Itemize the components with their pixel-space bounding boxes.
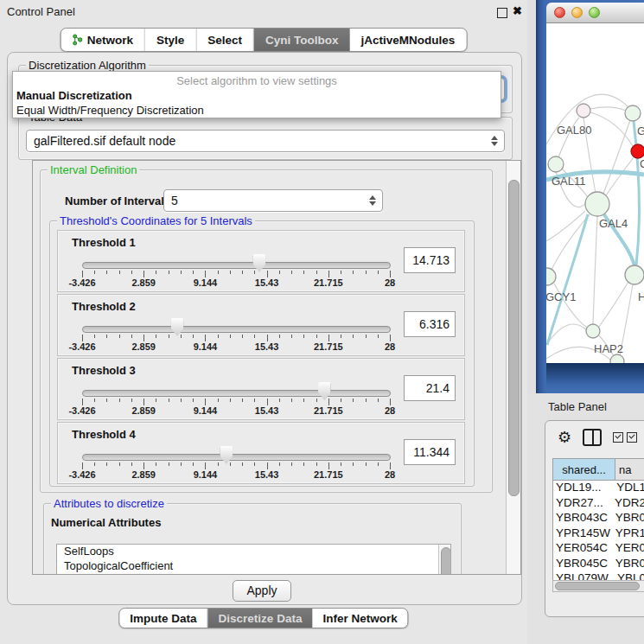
checkbox-icon[interactable] bbox=[613, 432, 623, 443]
gear-icon[interactable]: ⚙ bbox=[558, 430, 571, 445]
slider-thumb[interactable] bbox=[318, 382, 331, 400]
node bbox=[625, 105, 641, 121]
table-row[interactable]: YPR145WYPR1 bbox=[553, 526, 644, 542]
slider-track[interactable] bbox=[82, 390, 391, 397]
algorithm-dropdown-popup: Select algorithm to view settings Manual… bbox=[12, 71, 501, 118]
tab-network[interactable]: Network bbox=[61, 29, 145, 51]
node bbox=[577, 104, 590, 118]
scale-label: 9.144 bbox=[194, 341, 218, 352]
close-icon[interactable]: ✖ bbox=[513, 4, 522, 17]
scale-label: 15.43 bbox=[255, 469, 279, 480]
column-header-shared[interactable]: shared... bbox=[553, 459, 615, 480]
minimize-traffic-light-icon[interactable] bbox=[571, 7, 583, 18]
scrollbar-thumb[interactable] bbox=[508, 180, 520, 496]
scale-label: -3.426 bbox=[68, 405, 95, 416]
dropdown-hint: Select algorithm to view settings bbox=[13, 72, 501, 88]
node bbox=[586, 324, 600, 338]
network-nodes[interactable] bbox=[546, 104, 644, 363]
scale-label: 21.715 bbox=[314, 341, 343, 352]
list-item[interactable]: TopologicalCoefficient bbox=[57, 559, 450, 574]
tab-jactivemnodules[interactable]: jActiveMNodules bbox=[350, 29, 467, 51]
table-header-row: shared... na bbox=[553, 459, 644, 481]
group-title: Discretization Algorithm bbox=[26, 59, 149, 72]
combo-stepper-icon bbox=[369, 195, 376, 206]
close-traffic-light-icon[interactable] bbox=[554, 7, 565, 18]
slider-track[interactable] bbox=[82, 454, 391, 461]
table-row[interactable]: YDL19...YDL1 bbox=[553, 481, 644, 496]
scrollbar-thumb[interactable] bbox=[441, 547, 451, 575]
control-panel: Control Panel ✖ Network Style Select Cyn… bbox=[0, 0, 527, 644]
slider-scale: -3.4262.8599.14415.4321.71528 bbox=[82, 277, 390, 288]
scale-label: 2.859 bbox=[131, 405, 156, 416]
cyni-toolbox-panel: Discretization Algorithm Table Data galF… bbox=[7, 52, 522, 605]
numerical-attributes-label: Numerical Attributes bbox=[51, 516, 161, 529]
column-header-name[interactable]: na bbox=[615, 459, 644, 480]
slider-thumb[interactable] bbox=[171, 318, 184, 336]
checkbox-icon[interactable] bbox=[627, 432, 637, 443]
scale-label: 15.43 bbox=[255, 341, 279, 352]
tab-select[interactable]: Select bbox=[196, 29, 254, 51]
scrollbar-thumb[interactable] bbox=[555, 582, 640, 590]
apply-button[interactable]: Apply bbox=[233, 580, 291, 602]
tab-style[interactable]: Style bbox=[145, 29, 196, 51]
float-window-icon[interactable] bbox=[497, 8, 507, 18]
scale-label: 9.144 bbox=[194, 469, 218, 480]
table-row[interactable]: YBR043CYBR0 bbox=[553, 511, 644, 526]
svg-text:GAL80: GAL80 bbox=[557, 124, 591, 137]
svg-text:GCY1: GCY1 bbox=[546, 290, 576, 303]
settings-scrollpane: Interval Definition Number of Intervals … bbox=[32, 160, 521, 575]
tab-discretize-data[interactable]: Discretize Data bbox=[208, 609, 313, 628]
tab-cyni-toolbox[interactable]: Cyni Toolbox bbox=[254, 29, 350, 51]
threshold-value-field[interactable]: 6.316 bbox=[404, 311, 456, 337]
split-view-icon[interactable] bbox=[583, 429, 602, 446]
threshold-value-field[interactable]: 14.713 bbox=[404, 247, 456, 273]
table-row[interactable]: YER054CYER0 bbox=[553, 541, 644, 557]
tab-impute-data[interactable]: Impute Data bbox=[119, 609, 207, 628]
group-title-interval-definition: Interval Definition bbox=[48, 163, 139, 176]
scale-label: 2.859 bbox=[131, 277, 156, 288]
list-item[interactable]: SelfLoops bbox=[57, 545, 450, 559]
zoom-traffic-light-icon[interactable] bbox=[589, 7, 600, 18]
tab-infer-network[interactable]: Infer Network bbox=[312, 609, 407, 628]
slider-thumb[interactable] bbox=[252, 254, 265, 272]
scale-label: 15.43 bbox=[255, 405, 279, 416]
number-of-intervals-combobox[interactable]: 5 bbox=[163, 189, 383, 212]
svg-text:C: C bbox=[640, 157, 644, 170]
network-window-titlebar[interactable] bbox=[546, 3, 644, 23]
table-row[interactable]: YDR27...YDR2 bbox=[553, 496, 644, 512]
network-canvas[interactable]: GAL80 G. C GAL11 GAL4 GCY1 H HAP2 bbox=[546, 23, 644, 363]
svg-text:H: H bbox=[638, 290, 644, 303]
threshold-label: Threshold 2 bbox=[72, 300, 136, 313]
table-horizontal-scrollbar[interactable] bbox=[552, 580, 644, 592]
dropdown-option-manual[interactable]: Manual Discretization bbox=[13, 88, 501, 103]
svg-text:GAL4: GAL4 bbox=[599, 217, 628, 230]
node bbox=[625, 265, 644, 284]
node bbox=[546, 268, 556, 285]
threshold-value-field[interactable]: 21.4 bbox=[404, 375, 456, 401]
slider-track[interactable] bbox=[82, 262, 391, 269]
slider-thumb[interactable] bbox=[220, 446, 233, 464]
node-attribute-table[interactable]: shared... na YDL19...YDL1YDR27...YDR2YBR… bbox=[552, 458, 644, 581]
numerical-attributes-list[interactable]: SelfLoopsTopologicalCoefficientBetweenne… bbox=[56, 544, 451, 575]
network-window-frame bbox=[546, 363, 644, 393]
list-scrollbar[interactable] bbox=[438, 545, 450, 575]
threshold-panel: Threshold 2 -3.4262.8599.14415.4321.7152… bbox=[57, 294, 465, 356]
scale-label: 21.715 bbox=[314, 405, 343, 416]
slider-track[interactable] bbox=[82, 326, 391, 333]
scale-label: -3.426 bbox=[68, 469, 95, 480]
scale-label: 15.43 bbox=[255, 277, 279, 288]
svg-text:HAP2: HAP2 bbox=[594, 342, 623, 355]
list-item[interactable]: BetweennessCentrality bbox=[57, 573, 450, 575]
table-data-combobox[interactable]: galFiltered.sif default node bbox=[26, 130, 505, 152]
bottom-tabbar: Impute Data Discretize Data Infer Networ… bbox=[118, 608, 408, 628]
threshold-value-field[interactable]: 11.344 bbox=[404, 439, 456, 465]
dropdown-option-equal-width[interactable]: Equal Width/Frequency Discretization bbox=[13, 103, 501, 118]
top-tabbar: Network Style Select Cyni Toolbox jActiv… bbox=[61, 28, 468, 52]
network-highlight-edges[interactable] bbox=[546, 121, 644, 345]
table-toolbar: ⚙ bbox=[558, 429, 637, 446]
table-row[interactable]: YBR045CYBR0 bbox=[553, 557, 644, 572]
settings-scrollbar[interactable] bbox=[506, 161, 520, 574]
number-of-intervals-label: Number of Intervals bbox=[65, 194, 170, 207]
combo-stepper-icon bbox=[491, 136, 498, 146]
threshold-label: Threshold 4 bbox=[72, 428, 136, 441]
